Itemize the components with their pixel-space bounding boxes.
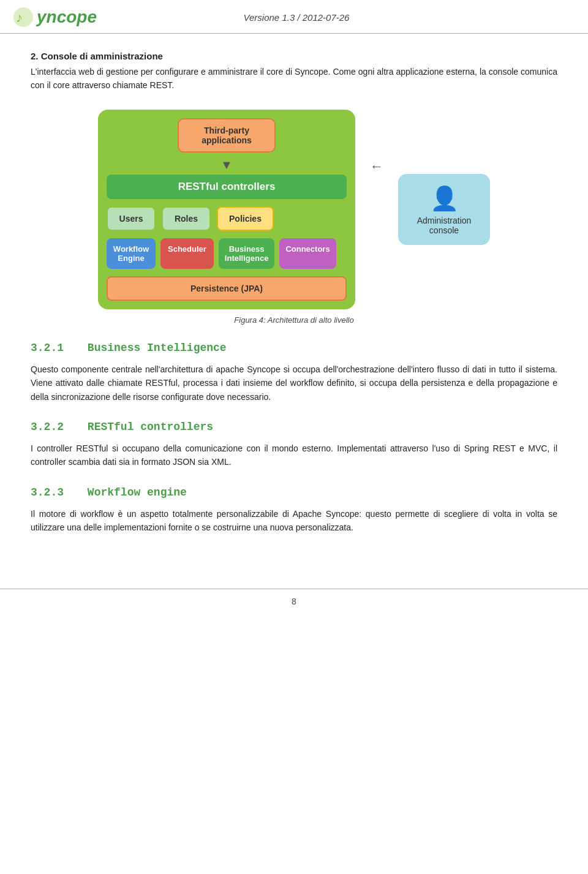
admin-console-box: 👤 Administrationconsole xyxy=(398,174,490,245)
subsec-323-number: 3.2.3 xyxy=(31,486,64,499)
urp-row: Users Roles Policies xyxy=(107,206,347,231)
section-323: 3.2.3 Workflow engine Il motore di workf… xyxy=(31,486,557,535)
arch-main-box: Third-partyapplications ▼ RESTful contro… xyxy=(98,110,355,309)
bi-label: BusinessIntelligence xyxy=(225,244,269,263)
bi-box: BusinessIntelligence xyxy=(219,238,275,269)
subsec-321-number: 3.2.1 xyxy=(31,342,64,354)
section-322: 3.2.2 RESTful controllers I controller R… xyxy=(31,421,557,469)
restful-bar: RESTful controllers xyxy=(107,175,347,199)
workflow-box: WorkflowEngine xyxy=(107,238,156,269)
svg-text:♪: ♪ xyxy=(16,10,23,25)
logo-area: ♪ yncope xyxy=(12,6,97,28)
header-version: Versione 1.3 / 2012-07-26 xyxy=(97,12,496,23)
roles-box: Roles xyxy=(162,206,211,231)
architecture-diagram: Third-partyapplications ▼ RESTful contro… xyxy=(31,110,557,309)
page-number: 8 xyxy=(0,589,588,612)
policies-box: Policies xyxy=(217,206,274,231)
admin-person-icon: 👤 xyxy=(408,185,480,212)
section-2: 2. Console di amministrazione L'interfac… xyxy=(31,51,557,92)
subsec-322-text1: I controller RESTful si occupano della c… xyxy=(31,442,557,469)
bottom-row: WorkflowEngine Scheduler BusinessIntelli… xyxy=(107,238,347,269)
section-321: 3.2.1 Business Intelligence Questo compo… xyxy=(31,342,557,404)
users-box: Users xyxy=(107,206,156,231)
section-2-text: L'interfaccia web di gestione per config… xyxy=(31,65,557,92)
connectors-label: Connectors xyxy=(285,244,330,254)
page-content: 2. Console di amministrazione L'interfac… xyxy=(0,34,588,576)
diagram-wrapper: Third-partyapplications ▼ RESTful contro… xyxy=(98,110,490,309)
restful-label: RESTful controllers xyxy=(178,181,276,192)
subsec-323-text: Il motore di workflow è un aspetto total… xyxy=(31,507,557,535)
workflow-label: WorkflowEngine xyxy=(113,244,149,263)
subsec-323-title: Workflow engine xyxy=(88,486,187,499)
subsec-321-text: Questo componente centrale nell'architet… xyxy=(31,363,557,404)
policies-label: Policies xyxy=(229,214,262,224)
arrow-down-1: ▼ xyxy=(107,159,347,171)
persistence-label: Persistence (JPA) xyxy=(190,284,263,293)
subsec-322-number: 3.2.2 xyxy=(31,421,64,433)
connectors-box: Connectors xyxy=(279,238,336,269)
scheduler-box: Scheduler xyxy=(160,238,214,269)
subsec-323-heading: 3.2.3 Workflow engine xyxy=(31,486,557,499)
third-party-box: Third-partyapplications xyxy=(178,118,276,153)
figure-caption: Figura 4: Architettura di alto livello xyxy=(31,315,557,325)
scheduler-label: Scheduler xyxy=(168,244,206,254)
subsec-321-title: Business Intelligence xyxy=(88,342,227,354)
admin-console-label: Administrationconsole xyxy=(408,216,480,235)
subsec-322-title: RESTful controllers xyxy=(88,421,213,433)
third-party-label: Third-partyapplications xyxy=(202,126,252,145)
page-header: ♪ yncope Versione 1.3 / 2012-07-26 xyxy=(0,0,588,34)
section-2-title: 2. Console di amministrazione xyxy=(31,51,557,61)
subsec-321-heading: 3.2.1 Business Intelligence xyxy=(31,342,557,354)
persistence-bar: Persistence (JPA) xyxy=(107,276,347,301)
roles-label: Roles xyxy=(175,214,198,224)
syncope-logo-icon: ♪ xyxy=(12,6,34,28)
users-label: Users xyxy=(119,214,143,224)
admin-arrow: ← xyxy=(370,159,383,175)
logo-text: yncope xyxy=(37,7,97,27)
subsec-322-heading: 3.2.2 RESTful controllers xyxy=(31,421,557,433)
